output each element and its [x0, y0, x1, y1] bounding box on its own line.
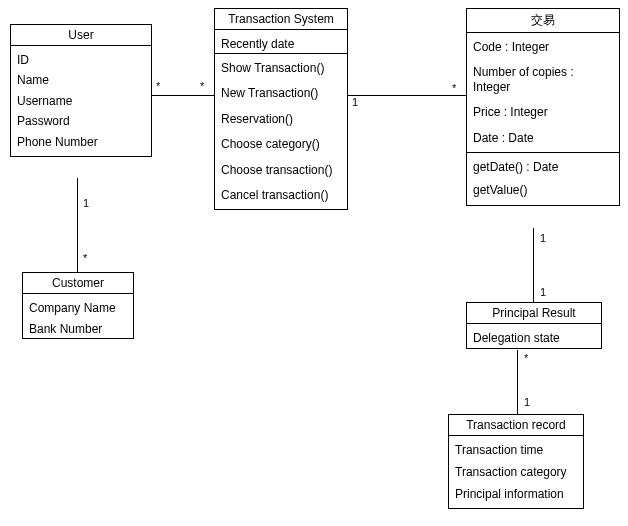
- class-user: User ID Name Username Password Phone Num…: [10, 24, 152, 157]
- attr: Recently date display(): [221, 34, 341, 54]
- mult: 1: [540, 286, 546, 298]
- class-transaction-system: Transaction System Recently date display…: [214, 8, 348, 210]
- class-transaction-record: Transaction record Transaction time Tran…: [448, 414, 584, 509]
- class-user-title: User: [11, 25, 151, 46]
- mult: 1: [524, 396, 530, 408]
- method: Show Transaction(): [221, 58, 341, 83]
- attr: Bank Number: [29, 319, 127, 338]
- method: Cancel transaction(): [221, 185, 341, 205]
- assoc-user-customer: [77, 178, 78, 272]
- assoc-jiaoyi-pr: [533, 228, 534, 302]
- class-ts-attrs: Recently date display(): [215, 30, 347, 54]
- class-customer-title: Customer: [23, 273, 133, 294]
- class-jiaoyi-attrs: Code : Integer Number of copies : Intege…: [467, 33, 619, 153]
- class-user-attrs: ID Name Username Password Phone Number: [11, 46, 151, 156]
- method: Choose category(): [221, 134, 341, 159]
- class-pr-title: Principal Result: [467, 303, 601, 324]
- assoc-pr-tr: [517, 350, 518, 414]
- class-customer-attrs: Company Name Bank Number: [23, 294, 133, 338]
- mult: 1: [540, 232, 546, 244]
- class-jiaoyi: 交易 Code : Integer Number of copies : Int…: [466, 8, 620, 206]
- attr: Price : Integer: [473, 102, 613, 127]
- attr: Transaction category: [455, 462, 577, 484]
- mult: 1: [352, 96, 358, 108]
- class-principal-result: Principal Result Delegation state: [466, 302, 602, 349]
- mult: *: [156, 80, 160, 92]
- attr: ID: [17, 50, 145, 70]
- method: getValue(): [473, 180, 613, 200]
- mult: *: [200, 80, 204, 92]
- class-customer: Customer Company Name Bank Number: [22, 272, 134, 339]
- attr: Company Name: [29, 298, 127, 319]
- mult: 1: [83, 197, 89, 209]
- method: Reservation(): [221, 109, 341, 134]
- attr: Principal information: [455, 484, 577, 506]
- method: New Transaction(): [221, 83, 341, 108]
- attr: Username: [17, 91, 145, 111]
- assoc-user-ts: [152, 95, 214, 96]
- mult: *: [83, 252, 87, 264]
- attr: Transaction time: [455, 440, 577, 462]
- mult: *: [524, 352, 528, 364]
- attr: Code : Integer: [473, 37, 613, 62]
- attr: Number of copies : Integer: [473, 62, 613, 102]
- class-ts-title: Transaction System: [215, 9, 347, 30]
- class-jiaoyi-methods: getDate() : Date getValue(): [467, 153, 619, 205]
- attr: Date : Date: [473, 128, 613, 148]
- mult: *: [452, 82, 456, 94]
- method: getDate() : Date: [473, 157, 613, 180]
- class-jiaoyi-title: 交易: [467, 9, 619, 33]
- assoc-ts-jiaoyi: [348, 95, 466, 96]
- class-pr-attrs: Delegation state: [467, 324, 601, 348]
- class-tr-attrs: Transaction time Transaction category Pr…: [449, 436, 583, 508]
- attr: Phone Number: [17, 132, 145, 152]
- attr: Password: [17, 111, 145, 131]
- attr: Name: [17, 70, 145, 90]
- class-ts-methods: Show Transaction() New Transaction() Res…: [215, 54, 347, 209]
- class-tr-title: Transaction record: [449, 415, 583, 436]
- method: Choose transaction(): [221, 160, 341, 185]
- attr: Delegation state: [473, 328, 595, 348]
